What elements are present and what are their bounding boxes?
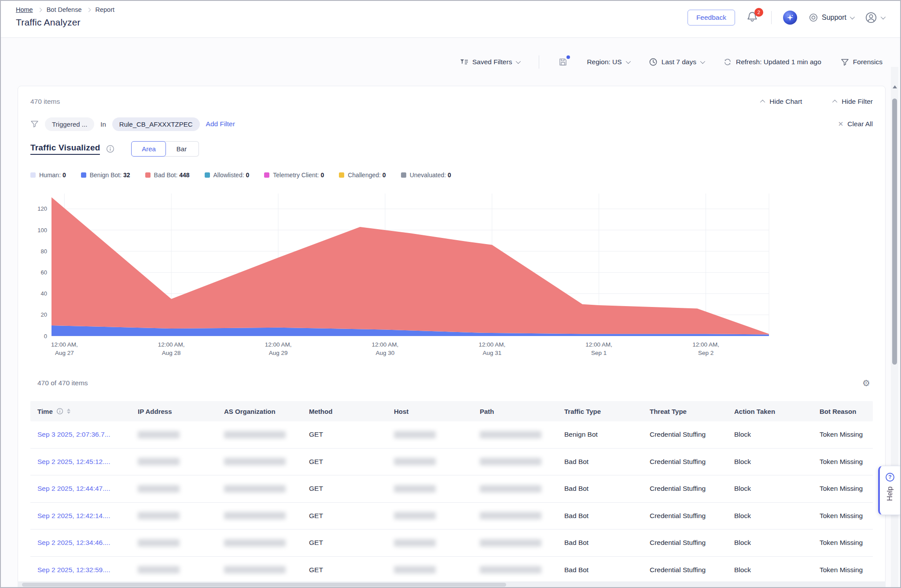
cell-path: [473, 512, 557, 519]
cell-method: GET: [302, 431, 387, 438]
cell-time[interactable]: Sep 2 2025, 12:42:14....: [30, 512, 131, 520]
breadcrumb-bot-defense[interactable]: Bot Defense: [47, 6, 82, 13]
sort-arrows-icon[interactable]: [67, 409, 70, 414]
cell-time[interactable]: Sep 2 2025, 12:45:12....: [30, 458, 131, 466]
cell-bot-reason: Token Missing: [813, 458, 873, 466]
notifications-button[interactable]: 2: [747, 11, 760, 24]
y-axis-tick-label: 80: [41, 248, 47, 255]
hide-chart-toggle[interactable]: Hide Chart: [761, 98, 802, 106]
legend-value: 0: [382, 172, 386, 179]
chart-mode-area-button[interactable]: Area: [131, 141, 166, 157]
legend-item-bad-bot[interactable]: Bad Bot: 448: [145, 172, 190, 179]
cell-method: GET: [302, 512, 387, 520]
cell-threat-type: Credential Stuffing: [643, 512, 727, 520]
redacted-value: [394, 539, 436, 547]
cell-time[interactable]: Sep 2 2025, 12:34:46....: [30, 539, 131, 547]
table-settings-gear-icon[interactable]: ⚙: [862, 379, 870, 387]
clear-all-button[interactable]: ✕ Clear All: [838, 120, 873, 128]
header-divider: [771, 11, 772, 24]
cell-as-organization: [217, 431, 302, 438]
forensics-button[interactable]: Forensics: [841, 58, 883, 66]
cell-host: [387, 512, 473, 519]
breadcrumb-home[interactable]: Home: [16, 6, 33, 13]
chart-mode-bar-button[interactable]: Bar: [164, 141, 199, 157]
cell-threat-type: Credential Stuffing: [643, 458, 727, 466]
cell-host: [387, 539, 473, 547]
cell-threat-type: Credential Stuffing: [643, 539, 727, 547]
redacted-value: [224, 566, 286, 573]
hide-filter-label: Hide Filter: [842, 98, 873, 106]
region-dropdown[interactable]: Region: US: [587, 58, 629, 66]
legend-item-challenged[interactable]: Challenged: 0: [339, 172, 386, 179]
x-axis-tick-label: 12:00 AM,: [158, 341, 185, 348]
legend-item-unevaluated[interactable]: Unevaluated: 0: [401, 172, 451, 179]
feedback-button[interactable]: Feedback: [688, 10, 735, 26]
svg-text:?: ?: [888, 474, 891, 480]
y-axis-tick-label: 60: [41, 269, 47, 276]
cell-path: [473, 539, 557, 547]
legend-value: 0: [246, 172, 249, 179]
traffic-visualized-title[interactable]: Traffic Visualized: [30, 143, 100, 155]
refresh-icon: [723, 58, 732, 66]
vertical-scrollbar-thumb[interactable]: [892, 99, 897, 365]
add-filter-button[interactable]: Add Filter: [206, 120, 235, 128]
legend-item-human[interactable]: Human: 0: [30, 172, 66, 179]
chevron-up-icon: [760, 100, 765, 105]
table-summary: 470 of 470 items: [37, 379, 88, 387]
cell-action-taken: Block: [727, 431, 813, 438]
refresh-button[interactable]: Refresh: Updated 1 min ago: [723, 58, 821, 66]
scroll-up-arrow-icon[interactable]: [893, 85, 897, 88]
cell-time[interactable]: Sep 3 2025, 2:07:36.7...: [30, 431, 131, 438]
cell-bot-reason: Token Missing: [813, 539, 873, 547]
cell-time[interactable]: Sep 2 2025, 12:44:47....: [30, 485, 131, 493]
horizontal-scrollbar-thumb[interactable]: [22, 583, 506, 587]
legend-item-benign-bot[interactable]: Benign Bot: 32: [81, 172, 130, 179]
x-axis-tick-label: 12:00 AM,: [692, 341, 719, 348]
legend-item-allowlisted[interactable]: Allowlisted: 0: [205, 172, 250, 179]
column-header-threat-type: Threat Type: [643, 408, 727, 415]
redacted-value: [394, 566, 436, 573]
hide-filter-toggle[interactable]: Hide Filter: [834, 98, 873, 106]
support-menu[interactable]: Support: [809, 13, 853, 22]
save-filter-button[interactable]: [559, 58, 567, 66]
x-axis-tick-label: Aug 31: [482, 350, 501, 356]
saved-filters-dropdown[interactable]: Saved Filters: [460, 58, 519, 66]
redacted-value: [138, 458, 180, 465]
cell-ip-address: [131, 512, 217, 519]
saved-filters-label: Saved Filters: [472, 58, 512, 66]
column-header-ip-address: IP Address: [131, 408, 217, 415]
legend-swatch-icon: [264, 172, 269, 178]
cell-path: [473, 485, 557, 493]
help-tab[interactable]: ? Help: [878, 466, 900, 515]
table-row: Sep 2 2025, 12:45:12....GETBad BotCreden…: [30, 449, 873, 476]
redacted-value: [480, 512, 541, 519]
x-axis-tick-label: 12:00 AM,: [478, 341, 505, 348]
sparkle-icon: [786, 14, 794, 22]
user-menu[interactable]: [865, 11, 884, 24]
y-axis-tick-label: 0: [44, 333, 47, 340]
time-range-dropdown[interactable]: Last 7 days: [649, 58, 704, 66]
filter-field-pill[interactable]: Triggered ...: [45, 117, 94, 131]
cell-action-taken: Block: [727, 458, 813, 466]
redacted-value: [394, 512, 436, 519]
cell-threat-type: Credential Stuffing: [643, 566, 727, 574]
table-horizontal-scrollbar[interactable]: [18, 581, 886, 588]
column-header-label: Bot Reason: [820, 408, 856, 415]
column-header-label: Threat Type: [650, 408, 687, 415]
filter-funnel-icon: [30, 120, 39, 128]
column-header-time[interactable]: Time: [30, 408, 131, 415]
x-axis-tick-label: Sep 2: [698, 350, 713, 356]
filter-value-pill[interactable]: Rule_CB_AFXXXTZPEC: [112, 117, 200, 131]
close-icon: ✕: [838, 120, 844, 128]
legend-label: Benign Bot: 32: [90, 172, 130, 179]
cell-time[interactable]: Sep 2 2025, 12:32:59....: [30, 566, 131, 574]
breadcrumb-report: Report: [96, 6, 115, 13]
cell-host: [387, 485, 473, 493]
redacted-value: [480, 458, 541, 465]
legend-item-telemetry-client[interactable]: Telemetry Client: 0: [264, 172, 324, 179]
ai-assistant-button[interactable]: [783, 11, 797, 25]
chevron-down-icon: [850, 15, 855, 19]
help-tab-label: Help: [886, 486, 894, 501]
legend-value: 32: [123, 172, 130, 179]
column-header-label: Method: [309, 408, 332, 415]
